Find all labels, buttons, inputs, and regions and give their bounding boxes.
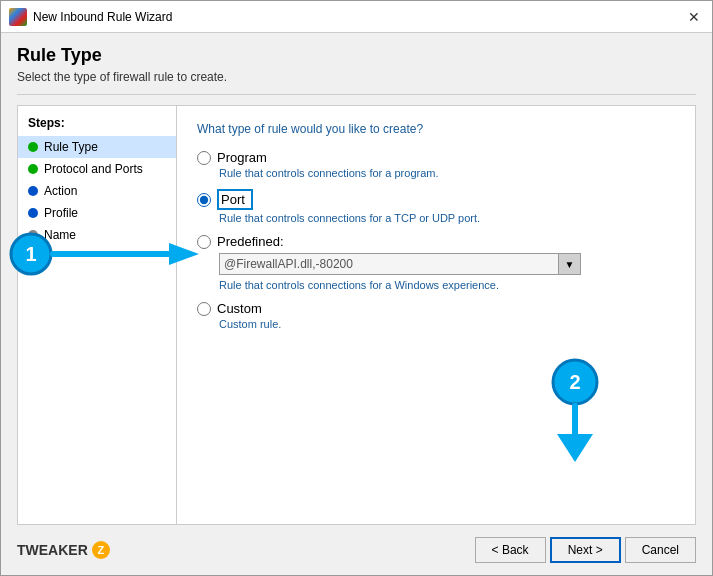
predefined-radio[interactable] [197, 235, 211, 249]
sidebar-item-protocol-ports[interactable]: Protocol and Ports [18, 158, 176, 180]
radio-group: Program Rule that controls connections f… [197, 150, 675, 338]
footer-logo: TWEAKER Z [17, 541, 110, 559]
program-desc: Rule that controls connections for a pro… [219, 167, 675, 179]
dot-icon [28, 164, 38, 174]
logo-text: TWEAKER [17, 542, 88, 558]
window: New Inbound Rule Wizard ✕ Rule Type Sele… [0, 0, 713, 576]
svg-marker-3 [557, 434, 593, 462]
sidebar-label: Protocol and Ports [44, 162, 143, 176]
sidebar-item-name[interactable]: Name [18, 224, 176, 246]
sidebar-label: Action [44, 184, 77, 198]
predefined-select[interactable]: @FirewallAPI.dll,-80200 [219, 253, 559, 275]
sidebar-item-rule-type[interactable]: Rule Type [18, 136, 176, 158]
annotation-2-svg: 2 [535, 354, 615, 464]
predefined-label[interactable]: Predefined: [197, 234, 675, 249]
logo-badge: Z [92, 541, 110, 559]
sidebar-label: Name [44, 228, 76, 242]
next-button[interactable]: Next > [550, 537, 621, 563]
sidebar: Steps: Rule Type Protocol and Ports Acti… [17, 105, 177, 525]
dot-icon [28, 230, 38, 240]
dot-icon [28, 208, 38, 218]
port-title: Port [221, 192, 245, 207]
footer: TWEAKER Z < Back Next > Cancel [17, 529, 696, 567]
port-radio[interactable] [197, 193, 211, 207]
port-desc: Rule that controls connections for a TCP… [219, 212, 675, 224]
sidebar-item-action[interactable]: Action [18, 180, 176, 202]
predefined-desc: Rule that controls connections for a Win… [219, 279, 675, 291]
sidebar-item-profile[interactable]: Profile [18, 202, 176, 224]
program-label[interactable]: Program [197, 150, 675, 165]
sidebar-label: Rule Type [44, 140, 98, 154]
dot-icon [28, 142, 38, 152]
dot-icon [28, 186, 38, 196]
custom-label[interactable]: Custom [197, 301, 675, 316]
content-panel: What type of rule would you like to crea… [177, 105, 696, 525]
question-text: What type of rule would you like to crea… [197, 122, 675, 136]
cancel-button[interactable]: Cancel [625, 537, 696, 563]
custom-desc: Custom rule. [219, 318, 675, 330]
radio-item-port: Port Rule that controls connections for … [197, 189, 675, 224]
port-selected-box: Port [217, 189, 253, 210]
radio-item-program: Program Rule that controls connections f… [197, 150, 675, 179]
port-label[interactable]: Port [197, 189, 675, 210]
svg-text:2: 2 [569, 371, 580, 393]
window-content: Rule Type Select the type of firewall ru… [1, 33, 712, 575]
footer-buttons: < Back Next > Cancel [475, 537, 696, 563]
sidebar-header: Steps: [18, 114, 176, 136]
radio-item-predefined: Predefined: @FirewallAPI.dll,-80200 ▼ Ru… [197, 234, 675, 291]
dropdown-arrow-icon[interactable]: ▼ [559, 253, 581, 275]
app-icon [9, 8, 27, 26]
program-radio[interactable] [197, 151, 211, 165]
divider [17, 94, 696, 95]
title-bar: New Inbound Rule Wizard ✕ [1, 1, 712, 33]
custom-title: Custom [217, 301, 262, 316]
svg-point-0 [553, 360, 597, 404]
predefined-dropdown: @FirewallAPI.dll,-80200 ▼ [219, 253, 675, 275]
page-title: Rule Type [17, 45, 696, 66]
program-title: Program [217, 150, 267, 165]
page-subtitle: Select the type of firewall rule to crea… [17, 70, 696, 84]
sidebar-label: Profile [44, 206, 78, 220]
title-bar-left: New Inbound Rule Wizard [9, 8, 172, 26]
main-area: Steps: Rule Type Protocol and Ports Acti… [17, 105, 696, 525]
back-button[interactable]: < Back [475, 537, 546, 563]
close-button[interactable]: ✕ [684, 7, 704, 27]
radio-item-custom: Custom Custom rule. [197, 301, 675, 330]
window-title: New Inbound Rule Wizard [33, 10, 172, 24]
predefined-title: Predefined: [217, 234, 284, 249]
custom-radio[interactable] [197, 302, 211, 316]
